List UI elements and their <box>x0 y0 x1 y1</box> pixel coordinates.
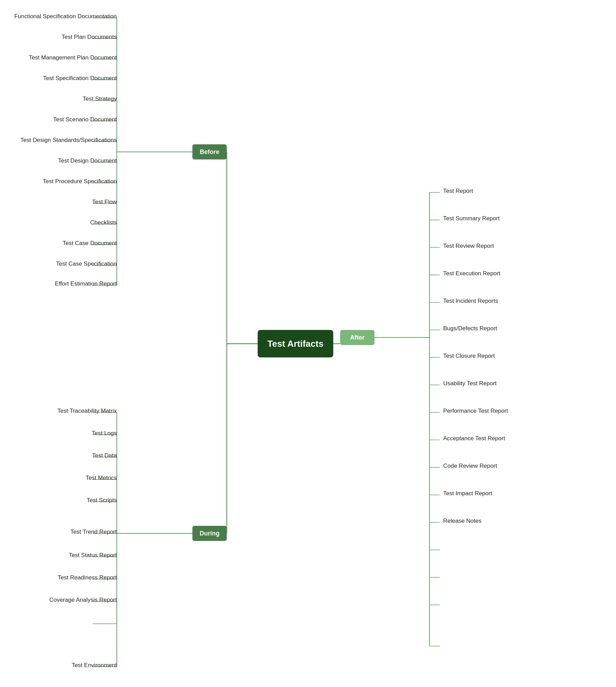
leaf-during-2: Test Logs <box>92 430 117 437</box>
leaf-after-4: Test Execution Report <box>443 270 500 277</box>
leaf-before-5: Test Strategy <box>83 96 117 102</box>
branch-before: Before <box>192 144 227 159</box>
leaf-before-10: Test Flow <box>92 199 117 206</box>
leaf-before-13: Test Case Specification <box>56 261 117 267</box>
leaf-after-7: Test Closure Report <box>443 353 495 359</box>
branch-during: During <box>192 526 227 541</box>
leaf-after-8: Usability Test Report <box>443 380 497 387</box>
leaf-during-10: Test Environment <box>72 662 117 669</box>
leaf-before-3: Test Management Plan Document <box>29 54 117 61</box>
leaf-after-2: Test Summary Report <box>443 215 500 222</box>
center-node: Test Artifacts <box>258 330 333 357</box>
leaf-during-5: Test Scripts <box>87 497 117 504</box>
leaf-before-12: Test Case Document <box>63 240 117 247</box>
leaf-before-1: Functional Specification Documentation <box>14 13 117 20</box>
leaf-after-11: Code Review Report <box>443 463 497 469</box>
leaf-during-8: Test Readiness Report <box>58 574 117 581</box>
leaf-before-8: Test Design Document <box>58 157 117 164</box>
leaf-before-2: Test Plan Documents <box>61 34 117 41</box>
leaf-after-6: Bugs/Defects Report <box>443 325 497 332</box>
leaf-during-6: Test Trend Report <box>70 529 117 535</box>
leaf-during-7: Test Status Report <box>69 552 117 559</box>
leaf-after-5: Test Incident Reports <box>443 298 498 304</box>
leaf-during-9: Coverage Analysis Report <box>49 597 117 603</box>
leaf-during-3: Test Data <box>92 452 117 459</box>
leaf-before-7: Test Design Standards/Specifications <box>20 137 117 144</box>
leaf-before-4: Test Specification Document <box>43 75 117 82</box>
leaf-after-10: Acceptance Test Report <box>443 435 505 442</box>
leaf-before-11: Checklists <box>90 219 117 226</box>
leaf-before-6: Test Scenario Document <box>53 116 117 123</box>
branch-after: After <box>340 330 374 345</box>
leaf-after-9: Performance Test Report <box>443 408 508 414</box>
leaf-after-12: Test Impact Report <box>443 490 492 497</box>
leaf-after-3: Test Review Report <box>443 243 494 250</box>
leaf-after-13: Release Notes <box>443 518 482 524</box>
leaf-after-1: Test Report <box>443 188 473 195</box>
diagram-container: Test Artifacts Before During After Funct… <box>0 0 616 687</box>
leaf-during-1: Test Traceability Matrix <box>57 408 117 414</box>
leaf-before-14: Effort Estimation Report <box>55 280 117 287</box>
leaf-during-4: Test Metrics <box>86 475 117 481</box>
leaf-before-9: Test Procedure Specification <box>43 178 117 185</box>
